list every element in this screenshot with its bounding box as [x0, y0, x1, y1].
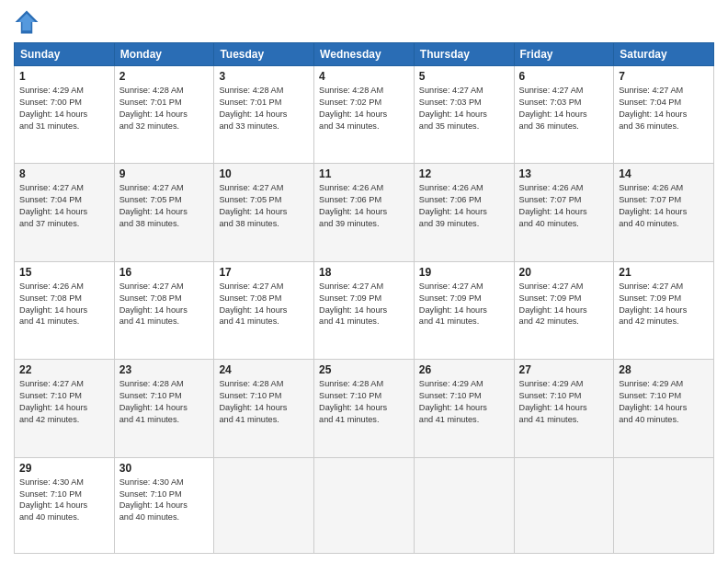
- cell-info: Sunrise: 4:27 AM Sunset: 7:04 PM Dayligh…: [619, 85, 709, 132]
- day-number: 1: [19, 70, 109, 83]
- cell-info: Sunrise: 4:27 AM Sunset: 7:09 PM Dayligh…: [419, 281, 509, 328]
- calendar-cell: 15Sunrise: 4:26 AM Sunset: 7:08 PM Dayli…: [15, 261, 115, 359]
- cell-info: Sunrise: 4:26 AM Sunset: 7:06 PM Dayligh…: [419, 182, 509, 230]
- cell-info: Sunrise: 4:27 AM Sunset: 7:09 PM Dayligh…: [519, 281, 609, 328]
- calendar-cell: [614, 457, 714, 553]
- day-number: 27: [519, 363, 609, 376]
- day-number: 24: [219, 363, 309, 376]
- day-number: 26: [419, 363, 509, 376]
- calendar-cell: 29Sunrise: 4:30 AM Sunset: 7:10 PM Dayli…: [15, 457, 115, 553]
- calendar-cell: 12Sunrise: 4:26 AM Sunset: 7:06 PM Dayli…: [414, 164, 514, 261]
- day-number: 25: [319, 363, 409, 376]
- day-number: 11: [319, 167, 409, 180]
- cell-info: Sunrise: 4:28 AM Sunset: 7:10 PM Dayligh…: [219, 378, 309, 426]
- day-number: 9: [119, 167, 210, 180]
- calendar-cell: 16Sunrise: 4:27 AM Sunset: 7:08 PM Dayli…: [114, 261, 214, 359]
- calendar-cell: 13Sunrise: 4:26 AM Sunset: 7:07 PM Dayli…: [514, 164, 614, 261]
- calendar-cell: 17Sunrise: 4:27 AM Sunset: 7:08 PM Dayli…: [214, 261, 314, 359]
- calendar-cell: 2Sunrise: 4:28 AM Sunset: 7:01 PM Daylig…: [114, 66, 214, 164]
- cell-info: Sunrise: 4:29 AM Sunset: 7:10 PM Dayligh…: [419, 378, 509, 426]
- calendar-cell: 10Sunrise: 4:27 AM Sunset: 7:05 PM Dayli…: [214, 164, 314, 261]
- calendar-cell: 22Sunrise: 4:27 AM Sunset: 7:10 PM Dayli…: [15, 360, 115, 457]
- cell-info: Sunrise: 4:27 AM Sunset: 7:10 PM Dayligh…: [19, 378, 109, 426]
- cell-info: Sunrise: 4:30 AM Sunset: 7:10 PM Dayligh…: [19, 477, 109, 524]
- day-number: 17: [219, 266, 309, 279]
- day-number: 19: [419, 266, 509, 279]
- cell-info: Sunrise: 4:28 AM Sunset: 7:10 PM Dayligh…: [119, 378, 210, 426]
- calendar-cell: 7Sunrise: 4:27 AM Sunset: 7:04 PM Daylig…: [614, 66, 714, 164]
- page: SundayMondayTuesdayWednesdayThursdayFrid…: [0, 0, 728, 563]
- day-number: 13: [519, 167, 609, 180]
- cell-info: Sunrise: 4:27 AM Sunset: 7:08 PM Dayligh…: [219, 281, 309, 328]
- day-number: 21: [619, 266, 709, 279]
- calendar-cell: 11Sunrise: 4:26 AM Sunset: 7:06 PM Dayli…: [314, 164, 415, 261]
- calendar-cell: [314, 457, 415, 553]
- day-number: 2: [119, 70, 210, 83]
- calendar-cell: 19Sunrise: 4:27 AM Sunset: 7:09 PM Dayli…: [414, 261, 514, 359]
- cell-info: Sunrise: 4:28 AM Sunset: 7:02 PM Dayligh…: [319, 85, 409, 132]
- day-number: 3: [219, 70, 309, 83]
- calendar-cell: 24Sunrise: 4:28 AM Sunset: 7:10 PM Dayli…: [214, 360, 314, 457]
- weekday-header-thursday: Thursday: [414, 43, 514, 66]
- cell-info: Sunrise: 4:27 AM Sunset: 7:05 PM Dayligh…: [119, 182, 210, 230]
- weekday-header-saturday: Saturday: [614, 43, 714, 66]
- cell-info: Sunrise: 4:30 AM Sunset: 7:10 PM Dayligh…: [119, 477, 210, 524]
- day-number: 15: [19, 266, 109, 279]
- cell-info: Sunrise: 4:28 AM Sunset: 7:01 PM Dayligh…: [219, 85, 309, 132]
- day-number: 23: [119, 363, 210, 376]
- calendar-cell: 3Sunrise: 4:28 AM Sunset: 7:01 PM Daylig…: [214, 66, 314, 164]
- cell-info: Sunrise: 4:26 AM Sunset: 7:08 PM Dayligh…: [19, 281, 109, 328]
- day-number: 29: [19, 462, 109, 475]
- day-number: 16: [119, 266, 210, 279]
- logo: [14, 9, 43, 35]
- cell-info: Sunrise: 4:26 AM Sunset: 7:07 PM Dayligh…: [519, 182, 609, 230]
- cell-info: Sunrise: 4:27 AM Sunset: 7:09 PM Dayligh…: [619, 281, 709, 328]
- cell-info: Sunrise: 4:27 AM Sunset: 7:03 PM Dayligh…: [519, 85, 609, 132]
- calendar-cell: 23Sunrise: 4:28 AM Sunset: 7:10 PM Dayli…: [114, 360, 214, 457]
- cell-info: Sunrise: 4:29 AM Sunset: 7:00 PM Dayligh…: [19, 85, 109, 132]
- weekday-header-wednesday: Wednesday: [314, 43, 415, 66]
- day-number: 4: [319, 70, 409, 83]
- day-number: 12: [419, 167, 509, 180]
- day-number: 7: [619, 70, 709, 83]
- header: [14, 9, 714, 35]
- weekday-header-tuesday: Tuesday: [214, 43, 314, 66]
- calendar-cell: 27Sunrise: 4:29 AM Sunset: 7:10 PM Dayli…: [514, 360, 614, 457]
- cell-info: Sunrise: 4:27 AM Sunset: 7:09 PM Dayligh…: [319, 281, 409, 328]
- weekday-header-friday: Friday: [514, 43, 614, 66]
- cell-info: Sunrise: 4:26 AM Sunset: 7:06 PM Dayligh…: [319, 182, 409, 230]
- svg-marker-1: [18, 14, 36, 31]
- cell-info: Sunrise: 4:29 AM Sunset: 7:10 PM Dayligh…: [519, 378, 609, 426]
- cell-info: Sunrise: 4:27 AM Sunset: 7:03 PM Dayligh…: [419, 85, 509, 132]
- calendar-cell: 9Sunrise: 4:27 AM Sunset: 7:05 PM Daylig…: [114, 164, 214, 261]
- day-number: 20: [519, 266, 609, 279]
- calendar-cell: 8Sunrise: 4:27 AM Sunset: 7:04 PM Daylig…: [15, 164, 115, 261]
- calendar-cell: 20Sunrise: 4:27 AM Sunset: 7:09 PM Dayli…: [514, 261, 614, 359]
- cell-info: Sunrise: 4:27 AM Sunset: 7:08 PM Dayligh…: [119, 281, 210, 328]
- calendar-cell: 4Sunrise: 4:28 AM Sunset: 7:02 PM Daylig…: [314, 66, 415, 164]
- calendar-cell: 14Sunrise: 4:26 AM Sunset: 7:07 PM Dayli…: [614, 164, 714, 261]
- calendar-cell: 25Sunrise: 4:28 AM Sunset: 7:10 PM Dayli…: [314, 360, 415, 457]
- calendar-cell: 18Sunrise: 4:27 AM Sunset: 7:09 PM Dayli…: [314, 261, 415, 359]
- calendar-cell: 1Sunrise: 4:29 AM Sunset: 7:00 PM Daylig…: [15, 66, 115, 164]
- cell-info: Sunrise: 4:27 AM Sunset: 7:04 PM Dayligh…: [19, 182, 109, 230]
- calendar: SundayMondayTuesdayWednesdayThursdayFrid…: [14, 42, 714, 554]
- calendar-cell: 30Sunrise: 4:30 AM Sunset: 7:10 PM Dayli…: [114, 457, 214, 553]
- day-number: 8: [19, 167, 109, 180]
- cell-info: Sunrise: 4:28 AM Sunset: 7:10 PM Dayligh…: [319, 378, 409, 426]
- calendar-cell: [214, 457, 314, 553]
- cell-info: Sunrise: 4:27 AM Sunset: 7:05 PM Dayligh…: [219, 182, 309, 230]
- day-number: 22: [19, 363, 109, 376]
- calendar-cell: 26Sunrise: 4:29 AM Sunset: 7:10 PM Dayli…: [414, 360, 514, 457]
- calendar-cell: 5Sunrise: 4:27 AM Sunset: 7:03 PM Daylig…: [414, 66, 514, 164]
- logo-icon: [14, 9, 40, 35]
- day-number: 30: [119, 462, 210, 475]
- day-number: 14: [619, 167, 709, 180]
- cell-info: Sunrise: 4:28 AM Sunset: 7:01 PM Dayligh…: [119, 85, 210, 132]
- calendar-cell: 6Sunrise: 4:27 AM Sunset: 7:03 PM Daylig…: [514, 66, 614, 164]
- day-number: 18: [319, 266, 409, 279]
- calendar-cell: 28Sunrise: 4:29 AM Sunset: 7:10 PM Dayli…: [614, 360, 714, 457]
- cell-info: Sunrise: 4:26 AM Sunset: 7:07 PM Dayligh…: [619, 182, 709, 230]
- day-number: 28: [619, 363, 709, 376]
- weekday-header-monday: Monday: [114, 43, 214, 66]
